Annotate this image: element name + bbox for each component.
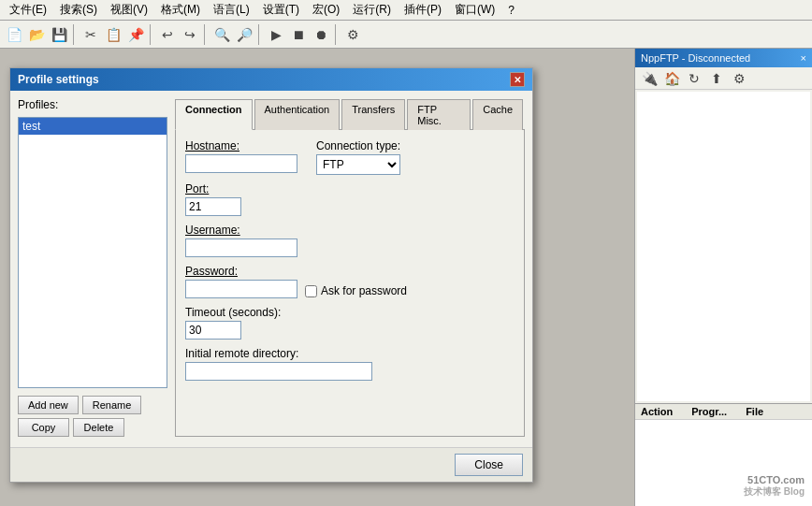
panel-toolbar-connect[interactable]: 🔌 <box>639 68 660 89</box>
panel-toolbar-settings[interactable]: ⚙ <box>729 68 749 89</box>
dialog-body: Profiles: test Add new Rename Copy Delet… <box>10 91 532 444</box>
toolbar-redo[interactable]: ↪ <box>180 24 200 45</box>
toolbar-rec[interactable]: ⏺ <box>311 24 331 45</box>
initial-dir-label: Initial remote directory: <box>185 347 515 360</box>
menu-settings[interactable]: 设置(T) <box>257 0 305 20</box>
profile-item-test[interactable]: test <box>19 118 167 135</box>
watermark-sub: 技术博客 Blog <box>744 485 805 499</box>
profiles-panel: Profiles: test Add new Rename Copy Delet… <box>18 98 167 437</box>
tab-authentication[interactable]: Authentication <box>254 99 341 130</box>
dialog-footer: Close <box>10 447 532 482</box>
toolbar-find[interactable]: 🔍 <box>211 24 232 45</box>
editor-area: Profile settings ✕ Profiles: test Add ne… <box>0 49 634 506</box>
panel-toolbar-refresh[interactable]: ↻ <box>684 68 704 89</box>
main-area: Profile settings ✕ Profiles: test Add ne… <box>0 49 812 506</box>
toolbar-stop[interactable]: ⏹ <box>288 24 309 45</box>
menu-view[interactable]: 视图(V) <box>105 0 153 20</box>
menu-macro[interactable]: 宏(O) <box>307 0 345 20</box>
password-label: Password: <box>185 265 515 278</box>
menu-file[interactable]: 文件(E) <box>4 0 52 20</box>
right-panel: NppFTP - Disconnected × 🔌 🏠 ↻ ⬆ ⚙ Action… <box>634 49 812 506</box>
ask-password-checkbox[interactable] <box>305 285 317 297</box>
toolbar-zoom-in[interactable]: 🔎 <box>234 24 254 45</box>
watermark: 51CTO.com 技术博客 Blog <box>744 474 805 499</box>
toolbar-undo[interactable]: ↩ <box>157 24 178 45</box>
toolbar-open[interactable]: 📂 <box>26 24 47 45</box>
port-label: Port: <box>185 182 515 195</box>
dialog-title: Profile settings <box>18 73 99 86</box>
initial-dir-row: Initial remote directory: <box>185 347 515 381</box>
toolbar-run[interactable]: ▶ <box>266 24 286 45</box>
tab-connection[interactable]: Connection <box>175 99 253 130</box>
menu-help[interactable]: ? <box>502 2 520 19</box>
right-panel-title: NppFTP - Disconnected × <box>635 49 812 67</box>
toolbar-sep1 <box>73 24 77 45</box>
port-input[interactable] <box>185 197 241 216</box>
log-header: Action Progr... File <box>635 404 812 420</box>
profiles-label: Profiles: <box>18 98 167 111</box>
log-col-progress: Progr... <box>691 406 727 417</box>
toolbar-paste[interactable]: 📌 <box>125 24 146 45</box>
close-button[interactable]: Close <box>455 454 523 476</box>
hostname-label: Hostname: <box>185 139 297 152</box>
timeout-row: Timeout (seconds): <box>185 306 515 340</box>
toolbar-sep3 <box>204 24 208 45</box>
menu-language[interactable]: 语言(L) <box>208 0 255 20</box>
password-input[interactable] <box>185 280 297 298</box>
connection-type-select[interactable]: FTP FTPS SFTP <box>316 154 400 175</box>
settings-panel: Connection Authentication Transfers FTP … <box>175 98 525 437</box>
ask-password-label: Ask for password <box>321 284 407 297</box>
initial-dir-input[interactable] <box>185 362 372 381</box>
profile-settings-dialog: Profile settings ✕ Profiles: test Add ne… <box>9 67 533 483</box>
toolbar-sep4 <box>258 24 262 45</box>
panel-toolbar-home[interactable]: 🏠 <box>661 68 682 89</box>
add-new-button[interactable]: Add new <box>18 396 79 414</box>
menu-format[interactable]: 格式(M) <box>155 0 206 20</box>
hostname-input[interactable] <box>185 154 297 173</box>
tab-transfers[interactable]: Transfers <box>341 99 405 130</box>
menu-window[interactable]: 窗口(W) <box>449 0 500 20</box>
rename-button[interactable]: Rename <box>82 396 142 414</box>
timeout-label: Timeout (seconds): <box>185 306 515 319</box>
username-input[interactable] <box>185 239 297 257</box>
profiles-list[interactable]: test <box>18 117 167 388</box>
username-row: Username: <box>185 224 515 257</box>
panel-toolbar-up[interactable]: ⬆ <box>706 68 727 89</box>
toolbar: 📄 📂 💾 ✂ 📋 📌 ↩ ↪ 🔍 🔎 ▶ ⏹ ⏺ ⚙ <box>0 21 812 49</box>
tab-content-connection: Hostname: Connection type: FTP FTPS SFTP <box>175 130 525 437</box>
toolbar-save[interactable]: 💾 <box>49 24 69 45</box>
hostname-connectiontype-row: Hostname: Connection type: FTP FTPS SFTP <box>185 139 515 175</box>
profile-buttons: Add new Rename Copy Delete <box>18 396 167 437</box>
right-panel-close[interactable]: × <box>801 52 806 64</box>
menubar: 文件(E) 搜索(S) 视图(V) 格式(M) 语言(L) 设置(T) 宏(O)… <box>0 0 812 21</box>
right-panel-toolbar: 🔌 🏠 ↻ ⬆ ⚙ <box>635 67 812 90</box>
delete-button[interactable]: Delete <box>73 418 124 437</box>
username-label: Username: <box>185 224 515 237</box>
hostname-col: Hostname: <box>185 139 297 173</box>
menu-search[interactable]: 搜索(S) <box>54 0 103 20</box>
menu-run[interactable]: 运行(R) <box>347 0 397 20</box>
toolbar-sep5 <box>335 24 339 45</box>
toolbar-copy[interactable]: 📋 <box>103 24 123 45</box>
watermark-main: 51CTO.com <box>744 474 805 485</box>
tab-cache[interactable]: Cache <box>472 99 523 130</box>
toolbar-plugin[interactable]: ⚙ <box>342 24 363 45</box>
dialog-close-icon[interactable]: ✕ <box>510 72 525 87</box>
password-row: Password: Ask for password <box>185 265 515 298</box>
toolbar-new[interactable]: 📄 <box>4 24 24 45</box>
dialog-titlebar: Profile settings ✕ <box>10 68 532 91</box>
right-panel-title-text: NppFTP - Disconnected <box>641 52 750 64</box>
connection-type-label: Connection type: <box>316 139 400 152</box>
right-panel-file-tree <box>637 92 810 401</box>
ask-password-row: Ask for password <box>305 284 407 297</box>
log-col-action: Action <box>641 406 673 417</box>
toolbar-cut[interactable]: ✂ <box>80 24 101 45</box>
port-row: Port: <box>185 182 515 216</box>
copy-button[interactable]: Copy <box>18 418 69 437</box>
dialog-overlay: Profile settings ✕ Profiles: test Add ne… <box>0 49 634 506</box>
menu-plugins[interactable]: 插件(P) <box>399 0 447 20</box>
tab-ftp-misc[interactable]: FTP Misc. <box>407 99 471 130</box>
log-col-file: File <box>746 406 763 417</box>
timeout-input[interactable] <box>185 321 241 340</box>
toolbar-sep2 <box>150 24 153 45</box>
